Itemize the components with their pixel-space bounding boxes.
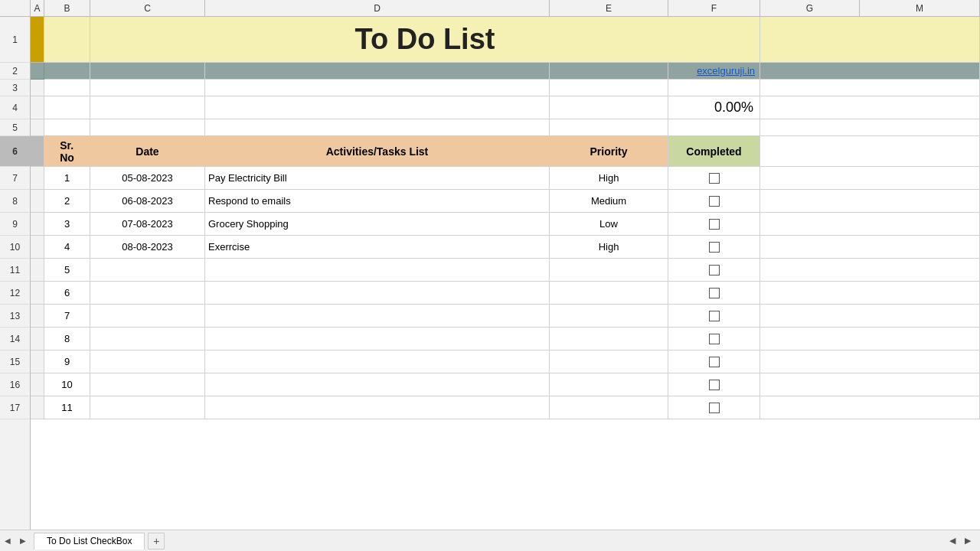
cell-completed-8[interactable] <box>668 190 760 213</box>
cell-date-14[interactable] <box>90 328 205 350</box>
rownum-6[interactable]: 6 <box>0 136 30 167</box>
cell-f3[interactable] <box>668 80 760 96</box>
rownum-16[interactable]: 16 <box>0 373 30 396</box>
cell-task-15[interactable] <box>205 350 550 373</box>
cell-task-11[interactable] <box>205 259 550 282</box>
cell-date-17[interactable] <box>90 396 205 419</box>
cell-completed-9[interactable] <box>668 213 760 236</box>
rownum-14[interactable]: 14 <box>0 328 30 350</box>
cell-completed-16[interactable] <box>668 373 760 396</box>
col-header-e[interactable]: E <box>550 0 668 16</box>
cell-task-17[interactable] <box>205 396 550 419</box>
scroll-right[interactable]: ▶ <box>962 534 974 547</box>
cell-task-13[interactable] <box>205 305 550 328</box>
checkbox-17[interactable] <box>709 403 720 413</box>
cell-b4[interactable] <box>44 96 90 119</box>
cell-task-14[interactable] <box>205 328 550 350</box>
rownum-10[interactable]: 10 <box>0 236 30 259</box>
add-sheet-button[interactable]: + <box>148 533 165 549</box>
rownum-1[interactable]: 1 <box>0 17 30 63</box>
rownum-2[interactable]: 2 <box>0 63 30 80</box>
cell-task-7[interactable]: Pay Electricity Bill <box>205 167 550 190</box>
cell-priority-9[interactable]: Low <box>550 213 668 236</box>
cell-date-8[interactable]: 06-08-2023 <box>90 190 205 213</box>
cell-d5[interactable] <box>205 119 550 136</box>
checkbox-10[interactable] <box>709 242 720 253</box>
cell-completed-12[interactable] <box>668 282 760 305</box>
cell-date-15[interactable] <box>90 350 205 373</box>
col-header-f[interactable]: F <box>668 0 760 16</box>
cell-completed-13[interactable] <box>668 305 760 328</box>
website-cell[interactable]: excelguruji.in <box>668 63 760 80</box>
cell-e4[interactable] <box>550 96 668 119</box>
cell-task-8[interactable]: Respond to emails <box>205 190 550 213</box>
cell-completed-17[interactable] <box>668 396 760 419</box>
rownum-11[interactable]: 11 <box>0 259 30 282</box>
col-header-m[interactable]: M <box>860 0 980 16</box>
nav-right-arrow[interactable]: ▶ <box>15 530 31 552</box>
rownum-4[interactable]: 4 <box>0 96 30 119</box>
cell-e5[interactable] <box>550 119 668 136</box>
cell-date-11[interactable] <box>90 259 205 282</box>
cell-priority-11[interactable] <box>550 259 668 282</box>
rownum-8[interactable]: 8 <box>0 190 30 213</box>
cell-completed-15[interactable] <box>668 350 760 373</box>
rownum-5[interactable]: 5 <box>0 119 30 136</box>
cell-task-12[interactable] <box>205 282 550 305</box>
col-header-c[interactable]: C <box>90 0 205 16</box>
cell-d4[interactable] <box>205 96 550 119</box>
cell-priority-13[interactable] <box>550 305 668 328</box>
cell-completed-14[interactable] <box>668 328 760 350</box>
cell-c3[interactable] <box>90 80 205 96</box>
cell-priority-14[interactable] <box>550 328 668 350</box>
cell-b5[interactable] <box>44 119 90 136</box>
rownum-17[interactable]: 17 <box>0 396 30 419</box>
cell-priority-16[interactable] <box>550 373 668 396</box>
cell-date-9[interactable]: 07-08-2023 <box>90 213 205 236</box>
checkbox-8[interactable] <box>709 196 720 207</box>
cell-task-10[interactable]: Exerrcise <box>205 236 550 259</box>
cell-f5[interactable] <box>668 119 760 136</box>
cell-b1[interactable] <box>44 17 90 63</box>
cell-task-16[interactable] <box>205 373 550 396</box>
nav-left-arrow[interactable]: ◀ <box>0 530 15 552</box>
cell-priority-8[interactable]: Medium <box>550 190 668 213</box>
website-link[interactable]: excelguruji.in <box>697 65 755 77</box>
cell-priority-10[interactable]: High <box>550 236 668 259</box>
cell-c4[interactable] <box>90 96 205 119</box>
checkbox-15[interactable] <box>709 357 720 367</box>
cell-d3[interactable] <box>205 80 550 96</box>
rownum-9[interactable]: 9 <box>0 213 30 236</box>
scroll-left[interactable]: ◀ <box>946 534 959 547</box>
cell-c5[interactable] <box>90 119 205 136</box>
checkbox-9[interactable] <box>709 219 720 230</box>
cell-priority-15[interactable] <box>550 350 668 373</box>
rownum-3[interactable]: 3 <box>0 80 30 96</box>
cell-completed-10[interactable] <box>668 236 760 259</box>
cell-date-10[interactable]: 08-08-2023 <box>90 236 205 259</box>
cell-date-7[interactable]: 05-08-2023 <box>90 167 205 190</box>
cell-completed-7[interactable] <box>668 167 760 190</box>
rownum-13[interactable]: 13 <box>0 305 30 328</box>
checkbox-11[interactable] <box>709 265 720 276</box>
cell-priority-17[interactable] <box>550 396 668 419</box>
cell-date-16[interactable] <box>90 373 205 396</box>
cell-priority-7[interactable]: High <box>550 167 668 190</box>
checkbox-12[interactable] <box>709 288 720 298</box>
checkbox-7[interactable] <box>709 173 720 184</box>
cell-completed-11[interactable] <box>668 259 760 282</box>
rownum-7[interactable]: 7 <box>0 167 30 190</box>
col-header-b[interactable]: B <box>44 0 90 16</box>
rownum-12[interactable]: 12 <box>0 282 30 305</box>
cell-b3[interactable] <box>44 80 90 96</box>
checkbox-16[interactable] <box>709 380 720 390</box>
rownum-15[interactable]: 15 <box>0 350 30 373</box>
checkbox-13[interactable] <box>709 311 720 321</box>
cell-e3[interactable] <box>550 80 668 96</box>
cell-priority-12[interactable] <box>550 282 668 305</box>
cell-task-9[interactable]: Grocery Shopping <box>205 213 550 236</box>
col-header-d[interactable]: D <box>205 0 550 16</box>
cell-date-12[interactable] <box>90 282 205 305</box>
checkbox-14[interactable] <box>709 334 720 344</box>
sheet-tab[interactable]: To Do List CheckBox <box>34 533 145 549</box>
